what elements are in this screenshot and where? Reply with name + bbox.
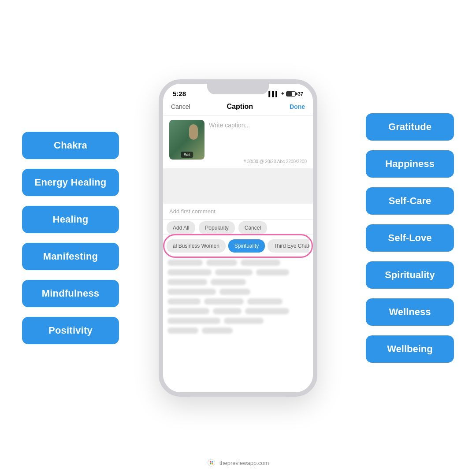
caption-image-area: Edit Write caption... # 30/30 @ 20/20 Ab… [163, 115, 313, 168]
tag-gratitude[interactable]: Gratitude [366, 113, 454, 141]
highlighted-tag-row-wrapper: al Business Women Spirituality Third Eye… [167, 238, 309, 254]
wifi-icon: ⌖ [281, 91, 284, 97]
tag-self-love[interactable]: Self-Love [366, 224, 454, 252]
hashtag-row-8 [167, 327, 309, 334]
battery-percent: 37 [298, 91, 303, 97]
page-container: Chakra Energy Healing Healing Manifestin… [0, 0, 476, 476]
edit-label[interactable]: Edit [181, 152, 193, 158]
tag-spirituality-right[interactable]: Spirituality [366, 261, 454, 289]
add-all-btn[interactable]: Add All [167, 221, 195, 234]
tag-healing[interactable]: Healing [22, 206, 119, 233]
tag-pill-third-eye-chakra[interactable]: Third Eye Chakra [268, 239, 309, 253]
left-tags-column: Chakra Energy Healing Healing Manifestin… [22, 132, 119, 344]
battery-icon [286, 91, 296, 97]
hashtag-row-7 [167, 318, 309, 324]
hashtag-row-5 [167, 298, 309, 305]
tag-happiness[interactable]: Happiness [366, 150, 454, 178]
tag-mindfulness[interactable]: Mindfulness [22, 280, 119, 307]
right-tags-column: Gratitude Happiness Self-Care Self-Love … [366, 113, 454, 363]
popularity-btn[interactable]: Popularity [199, 221, 234, 234]
tag-pill-spirituality[interactable]: Spirituality [228, 239, 265, 253]
first-comment[interactable]: Add first comment [163, 204, 313, 219]
tag-wellbeing[interactable]: Wellbeing [366, 335, 454, 363]
yoga-figure [189, 124, 198, 140]
caption-thumbnail: Edit [169, 120, 205, 160]
hashtag-row-3 [167, 279, 309, 285]
caption-title: Caption [227, 103, 253, 111]
hashtag-row-6 [167, 308, 309, 314]
watermark: thepreviewapp.com [207, 458, 269, 467]
svg-rect-1 [210, 461, 211, 462]
caption-stats: # 30/30 @ 20/20 Abc 2200/2200 [209, 159, 307, 164]
tag-wellness[interactable]: Wellness [366, 298, 454, 326]
status-time: 5:28 [173, 90, 186, 97]
phone-mockup: 5:28 ▌▌▌ ⌖ 37 Cancel Caption Done [159, 79, 317, 397]
watermark-url: thepreviewapp.com [219, 460, 269, 466]
filter-bar: Add All Popularity Cancel [163, 219, 313, 235]
tag-positivity[interactable]: Positivity [22, 317, 119, 344]
hashtag-row-2 [167, 269, 309, 275]
phone-notch [207, 84, 269, 94]
svg-rect-2 [212, 461, 213, 462]
caption-header: Cancel Caption Done [163, 100, 313, 115]
tag-pill-business-women[interactable]: al Business Women [167, 239, 226, 253]
caption-gray-area [163, 168, 313, 204]
tag-self-care[interactable]: Self-Care [366, 187, 454, 215]
tag-chakra[interactable]: Chakra [22, 132, 119, 159]
svg-rect-4 [212, 463, 213, 464]
tag-manifesting[interactable]: Manifesting [22, 243, 119, 270]
hashtag-row-4 [167, 289, 309, 295]
cancel-filter-btn[interactable]: Cancel [238, 221, 267, 234]
signal-icon: ▌▌▌ [268, 91, 279, 97]
svg-point-0 [208, 459, 215, 466]
phone-screen: 5:28 ▌▌▌ ⌖ 37 Cancel Caption Done [163, 84, 313, 392]
status-icons: ▌▌▌ ⌖ 37 [268, 91, 303, 97]
svg-rect-3 [210, 463, 211, 464]
caption-textarea-area: Write caption... # 30/30 @ 20/20 Abc 220… [209, 120, 307, 164]
hashtag-row-1 [167, 260, 309, 266]
caption-placeholder[interactable]: Write caption... [209, 122, 307, 129]
watermark-logo [207, 458, 216, 467]
caption-cancel-btn[interactable]: Cancel [171, 103, 190, 110]
caption-done-btn[interactable]: Done [290, 103, 305, 110]
tag-energy-healing[interactable]: Energy Healing [22, 169, 119, 196]
tag-row: al Business Women Spirituality Third Eye… [167, 238, 309, 254]
hashtag-list [163, 257, 313, 392]
